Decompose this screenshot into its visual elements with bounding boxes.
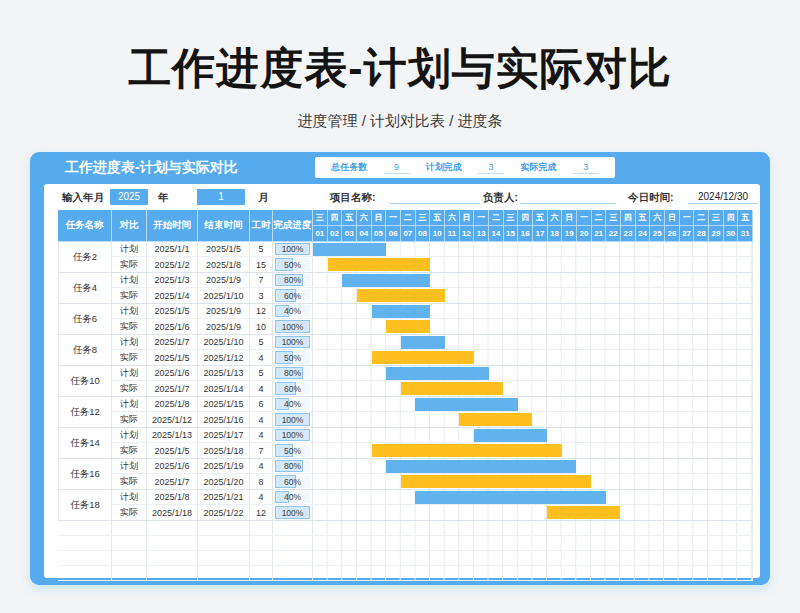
year-month-label: 输入年月 bbox=[62, 191, 104, 205]
empty-name-cell bbox=[58, 551, 112, 565]
compare-cell: 计划 bbox=[112, 242, 147, 256]
month-unit-label: 月 bbox=[258, 191, 269, 205]
progress-value: 100% bbox=[275, 413, 310, 426]
day-number-cell: 20 bbox=[577, 226, 592, 242]
controls-row: 输入年月 2025 年 1 月 项目名称: 负责人: 今日时间: 2024/12… bbox=[44, 184, 760, 210]
progress-cell: 40% bbox=[273, 304, 313, 318]
gantt-bar-plan bbox=[401, 336, 445, 349]
compare-cell: 实际 bbox=[112, 412, 147, 427]
day-number-cell: 03 bbox=[342, 226, 357, 242]
task-actual-row: 实际2025/1/62025/1/910100% bbox=[112, 319, 753, 334]
hours-cell: 4 bbox=[250, 381, 273, 396]
gantt-row bbox=[313, 257, 753, 272]
task-plan-row: 计划2025/1/32025/1/9780% bbox=[112, 273, 753, 288]
day-number-cell: 27 bbox=[680, 226, 695, 242]
weekday-cell: 四 bbox=[621, 210, 636, 226]
day-number-cell: 22 bbox=[606, 226, 621, 242]
weekday-cell: 日 bbox=[460, 210, 475, 226]
start-date-cell: 2025/1/8 bbox=[147, 397, 198, 411]
gantt-bar-actual bbox=[547, 506, 620, 519]
task-plan-row: 计划2025/1/62025/1/19480% bbox=[112, 459, 753, 474]
gantt-row bbox=[313, 490, 753, 504]
day-number-cell: 05 bbox=[372, 226, 387, 242]
gantt-row bbox=[313, 350, 753, 365]
empty-start-cell bbox=[147, 566, 198, 580]
end-date-cell: 2025/1/9 bbox=[198, 304, 250, 318]
hours-cell: 8 bbox=[250, 474, 273, 489]
progress-cell: 40% bbox=[273, 397, 313, 411]
empty-compare-cell bbox=[112, 536, 147, 550]
task-actual-row: 实际2025/1/22025/1/81550% bbox=[112, 257, 753, 272]
table-body: 任务2计划2025/1/12025/1/55100%实际2025/1/22025… bbox=[58, 242, 753, 581]
progress-value: 80% bbox=[275, 460, 310, 472]
compare-cell: 计划 bbox=[112, 304, 147, 318]
weekday-row: 三四五六日一二三五六日一二三四五六日一二三四五六日一二三四五 bbox=[313, 210, 753, 226]
year-input[interactable]: 2025 bbox=[110, 189, 148, 205]
empty-row bbox=[58, 566, 753, 581]
day-number-cell: 08 bbox=[416, 226, 431, 242]
empty-row bbox=[58, 536, 753, 551]
compare-cell: 实际 bbox=[112, 288, 147, 303]
empty-end-cell bbox=[198, 566, 250, 580]
hours-cell: 5 bbox=[250, 366, 273, 380]
hours-cell: 12 bbox=[250, 304, 273, 318]
start-date-cell: 2025/1/2 bbox=[147, 257, 198, 272]
weekday-cell: 一 bbox=[386, 210, 401, 226]
project-name-label: 项目名称: bbox=[330, 191, 376, 205]
day-number-cell: 06 bbox=[386, 226, 401, 242]
day-number-cell: 18 bbox=[548, 226, 563, 242]
start-date-cell: 2025/1/6 bbox=[147, 319, 198, 334]
hours-cell: 10 bbox=[250, 319, 273, 334]
weekday-cell: 三 bbox=[313, 210, 328, 226]
weekday-cell: 六 bbox=[548, 210, 563, 226]
stat-value: 3 bbox=[573, 162, 599, 174]
task-group: 任务12计划2025/1/82025/1/15640%实际2025/1/1220… bbox=[58, 397, 753, 428]
empty-name-cell bbox=[58, 566, 112, 580]
gantt-bar-actual bbox=[357, 289, 445, 302]
empty-row bbox=[58, 551, 753, 566]
task-plan-row: 计划2025/1/82025/1/21440% bbox=[112, 490, 753, 505]
progress-value: 50% bbox=[275, 444, 310, 457]
compare-cell: 计划 bbox=[112, 459, 147, 473]
weekday-cell: 二 bbox=[694, 210, 709, 226]
sheet-title: 工作进度表-计划与实际对比 bbox=[65, 159, 238, 177]
header-end-date: 结束时间 bbox=[198, 210, 250, 242]
stats-summary-box: 总任务数9计划完成3实际完成3 bbox=[315, 157, 615, 178]
weekday-cell: 一 bbox=[577, 210, 592, 226]
task-name-cell: 任务12 bbox=[58, 397, 112, 427]
task-group: 任务8计划2025/1/72025/1/105100%实际2025/1/5202… bbox=[58, 335, 753, 366]
empty-end-cell bbox=[198, 551, 250, 565]
gantt-row bbox=[313, 273, 753, 287]
task-plan-row: 计划2025/1/72025/1/105100% bbox=[112, 335, 753, 350]
task-group: 任务10计划2025/1/62025/1/13580%实际2025/1/7202… bbox=[58, 366, 753, 397]
day-number-cell: 17 bbox=[533, 226, 548, 242]
task-group: 任务6计划2025/1/52025/1/91240%实际2025/1/62025… bbox=[58, 304, 753, 335]
day-number-cell: 11 bbox=[445, 226, 460, 242]
gantt-bar-actual bbox=[401, 475, 591, 488]
compare-cell: 实际 bbox=[112, 350, 147, 365]
task-name-cell: 任务2 bbox=[58, 242, 112, 272]
progress-cell: 80% bbox=[273, 366, 313, 380]
progress-value: 50% bbox=[275, 258, 310, 271]
gantt-bar-plan bbox=[415, 398, 517, 411]
owner-input[interactable] bbox=[520, 189, 616, 204]
empty-gantt-row bbox=[313, 551, 753, 565]
progress-cell: 40% bbox=[273, 490, 313, 504]
hours-cell: 5 bbox=[250, 242, 273, 256]
project-name-input[interactable] bbox=[390, 189, 480, 204]
task-group: 任务14计划2025/1/132025/1/174100%实际2025/1/52… bbox=[58, 428, 753, 459]
today-date-value[interactable]: 2024/12/30 bbox=[688, 189, 758, 204]
day-number-cell: 15 bbox=[504, 226, 519, 242]
progress-cell: 100% bbox=[273, 335, 313, 349]
progress-sheet-card: 工作进度表-计划与实际对比 总任务数9计划完成3实际完成3 输入年月 2025 … bbox=[30, 152, 770, 585]
compare-cell: 实际 bbox=[112, 474, 147, 489]
progress-cell: 60% bbox=[273, 474, 313, 489]
end-date-cell: 2025/1/9 bbox=[198, 319, 250, 334]
task-group: 任务18计划2025/1/82025/1/21440%实际2025/1/1820… bbox=[58, 490, 753, 521]
task-group: 任务16计划2025/1/62025/1/19480%实际2025/1/7202… bbox=[58, 459, 753, 490]
day-number-cell: 21 bbox=[592, 226, 607, 242]
progress-value: 50% bbox=[275, 351, 310, 364]
compare-cell: 计划 bbox=[112, 366, 147, 380]
month-input[interactable]: 1 bbox=[197, 189, 245, 205]
gantt-row bbox=[313, 366, 753, 380]
